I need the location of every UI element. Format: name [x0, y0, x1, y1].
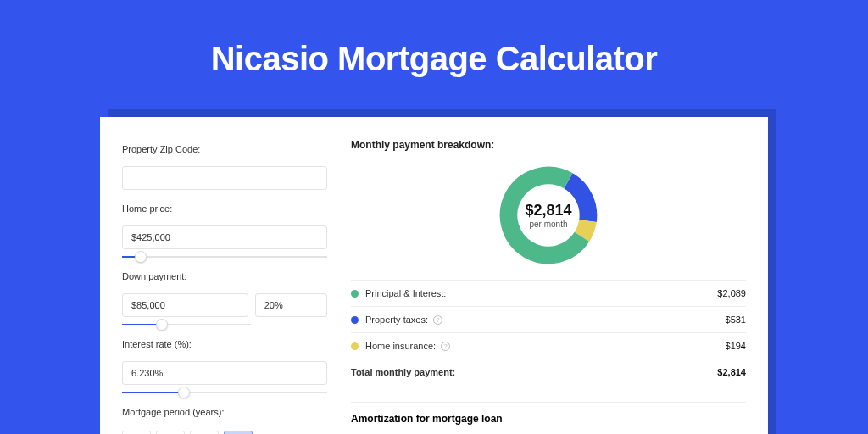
info-icon[interactable]: ? — [441, 342, 450, 351]
slider-thumb[interactable] — [178, 387, 190, 398]
legend-amount: $194 — [726, 341, 746, 351]
interest-input[interactable] — [122, 361, 327, 385]
legend-amount: $2,089 — [717, 288, 746, 298]
zip-label: Property Zip Code: — [122, 144, 327, 154]
legend-dot — [351, 290, 359, 298]
page-title: Nicasio Mortgage Calculator — [211, 40, 658, 78]
amortization-section: Amortization for mortgage loan Amortizat… — [351, 402, 746, 434]
zip-input[interactable] — [122, 166, 327, 190]
slider-thumb[interactable] — [135, 251, 147, 263]
down-payment-input[interactable] — [122, 293, 248, 317]
legend-amount: $531 — [726, 314, 746, 325]
form-panel: Property Zip Code: Home price: Down paym… — [122, 139, 327, 434]
slider-thumb[interactable] — [156, 319, 168, 331]
period-selector: 10152030 — [122, 431, 327, 434]
breakdown-panel: Monthly payment breakdown: $2,814 per mo… — [351, 139, 746, 434]
legend-row: Property taxes:?$531 — [351, 307, 746, 333]
info-icon[interactable]: ? — [433, 315, 442, 325]
down-payment-slider[interactable] — [122, 324, 251, 326]
period-option-20[interactable]: 20 — [190, 431, 219, 434]
calculator-card: Property Zip Code: Home price: Down paym… — [100, 117, 768, 434]
legend-label: Home insurance:? — [365, 341, 726, 351]
legend-row: Principal & Interest:$2,089 — [351, 281, 746, 307]
donut-chart: $2,814 per month — [496, 163, 601, 268]
donut-center-sub: per month — [529, 220, 567, 229]
legend-dot — [351, 342, 359, 350]
period-option-30[interactable]: 30 — [224, 431, 253, 434]
legend-dot — [351, 316, 359, 324]
legend-label: Property taxes:? — [365, 314, 726, 325]
home-price-label: Home price: — [122, 203, 327, 214]
legend-label: Principal & Interest: — [365, 288, 717, 298]
home-price-input[interactable] — [122, 225, 327, 249]
legend-total-row: Total monthly payment:$2,814 — [351, 359, 746, 385]
legend: Principal & Interest:$2,089Property taxe… — [351, 280, 746, 385]
amortization-title: Amortization for mortgage loan — [351, 413, 746, 425]
interest-label: Interest rate (%): — [122, 339, 327, 349]
legend-row: Home insurance:?$194 — [351, 333, 746, 359]
home-price-slider[interactable] — [122, 256, 327, 258]
period-label: Mortgage period (years): — [122, 407, 327, 417]
period-option-10[interactable]: 10 — [122, 431, 151, 434]
total-label: Total monthly payment: — [351, 367, 717, 377]
interest-slider[interactable] — [122, 392, 327, 393]
breakdown-title: Monthly payment breakdown: — [351, 139, 746, 151]
donut-center-amount: $2,814 — [525, 202, 571, 220]
hero: Nicasio Mortgage Calculator — [0, 0, 868, 117]
period-option-15[interactable]: 15 — [156, 431, 185, 434]
down-payment-pct-input[interactable] — [255, 293, 327, 317]
down-payment-label: Down payment: — [122, 271, 327, 281]
total-amount: $2,814 — [717, 367, 746, 377]
